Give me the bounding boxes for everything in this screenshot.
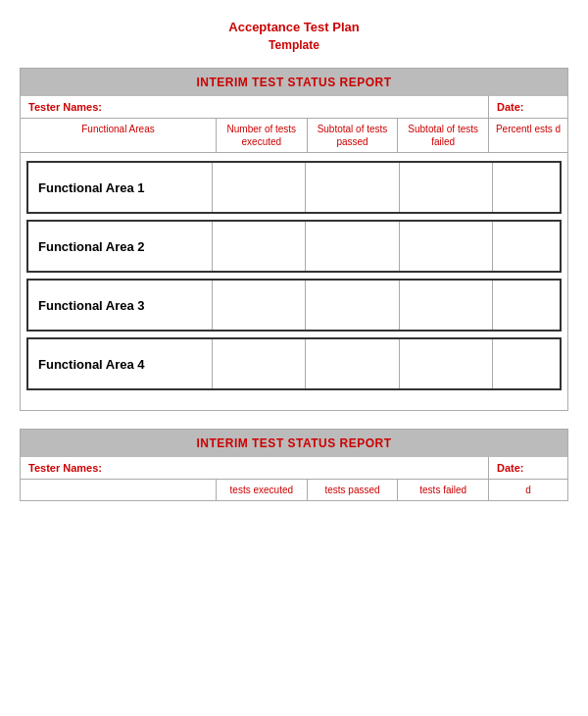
fa-num-1[interactable]: [213, 163, 306, 212]
fa-pct-4[interactable]: [493, 339, 560, 388]
table-row: Functional Area 3: [26, 279, 562, 332]
col-pass-header-2: tests passed: [308, 480, 399, 500]
fa-pct-3[interactable]: [493, 281, 560, 330]
fa-num-2[interactable]: [213, 222, 306, 271]
table-row: Functional Area 1: [26, 161, 562, 214]
fa-fail-3[interactable]: [400, 281, 493, 330]
fa-num-3[interactable]: [213, 281, 306, 330]
report-block-1: INTERIM TEST STATUS REPORT Tester Names:…: [20, 68, 568, 411]
report-block-2: INTERIM TEST STATUS REPORT Tester Names:…: [20, 429, 568, 501]
fa-pass-3[interactable]: [306, 281, 399, 330]
fa-name-3: Functional Area 3: [28, 281, 213, 330]
report-header-1: INTERIM TEST STATUS REPORT: [21, 69, 567, 96]
report-header-2: INTERIM TEST STATUS REPORT: [21, 430, 567, 457]
col-num-header-2: d: [489, 480, 567, 500]
page-title: Acceptance Test Plan: [20, 20, 568, 34]
date-label-2: Date:: [489, 457, 567, 479]
fa-rows-container-1: Functional Area 1 Functional Area 2 Func…: [21, 153, 567, 400]
col-fa-header: Functional Areas: [21, 119, 217, 152]
table-row: Functional Area 4: [26, 337, 562, 390]
col-fail-header-2: tests failed: [398, 480, 489, 500]
col-fail-header: Subtotal of tests failed: [398, 119, 489, 152]
col-fa-header-2: [21, 480, 217, 500]
col-pass-header: Subtotal of tests passed: [308, 119, 399, 152]
fa-pass-1[interactable]: [306, 163, 399, 212]
col-pct-header: Percentl ests d: [489, 119, 567, 152]
table-row: Functional Area 2: [26, 220, 562, 273]
fa-name-4: Functional Area 4: [28, 339, 213, 388]
col-exec-header-2: tests executed: [217, 480, 308, 500]
col-num-header: Number of tests executed: [217, 119, 308, 152]
fa-pct-1[interactable]: [493, 163, 560, 212]
tester-label-1: Tester Names:: [21, 96, 489, 118]
fa-fail-2[interactable]: [400, 222, 493, 271]
fa-pct-2[interactable]: [493, 222, 560, 271]
fa-name-1: Functional Area 1: [28, 163, 213, 212]
col-headers-2: tests executed tests passed tests failed…: [21, 480, 567, 500]
tester-date-row-1: Tester Names: Date:: [21, 96, 567, 119]
fa-num-4[interactable]: [213, 339, 306, 388]
tester-label-2: Tester Names:: [21, 457, 489, 479]
fa-fail-4[interactable]: [400, 339, 493, 388]
fa-fail-1[interactable]: [400, 163, 493, 212]
fa-pass-4[interactable]: [306, 339, 399, 388]
date-label-1: Date:: [489, 96, 567, 118]
col-headers-1: Functional Areas Number of tests execute…: [21, 119, 567, 153]
fa-name-2: Functional Area 2: [28, 222, 213, 271]
page-subtitle: Template: [20, 38, 568, 52]
fa-pass-2[interactable]: [306, 222, 399, 271]
tester-date-row-2: Tester Names: Date:: [21, 457, 567, 480]
